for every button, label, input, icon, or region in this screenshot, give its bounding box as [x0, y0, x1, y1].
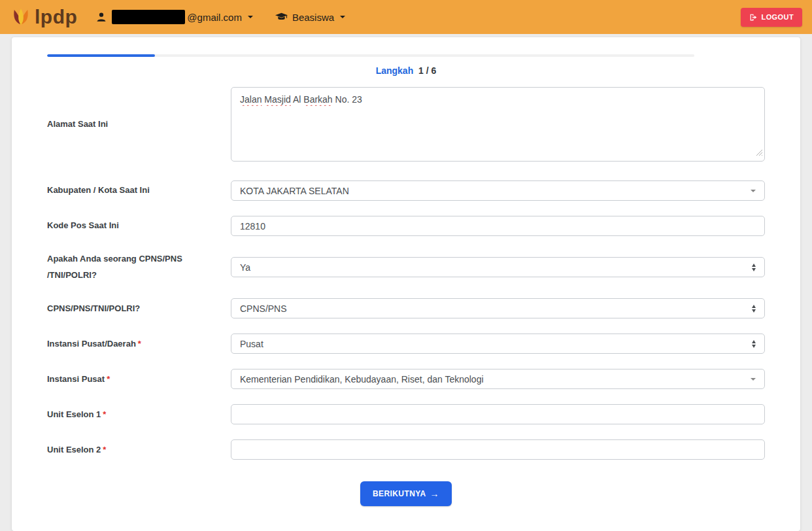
select-updown-arrows-icon [752, 264, 756, 271]
misspelled-word: Masjid [264, 94, 290, 105]
misspelled-word: Barkah [303, 94, 332, 105]
field-value: 12810 [240, 221, 756, 231]
select-caret-icon [751, 378, 756, 381]
unit-eselon-2-label: Unit Eselon 2* [47, 442, 231, 458]
chevron-down-icon [248, 16, 253, 18]
field-row: Kode Pos Saat Ini 12810 [47, 216, 765, 236]
instansi-pusat-label: Instansi Pusat* [47, 371, 231, 388]
beasiswa-menu-label: Beasiswa [292, 12, 334, 23]
field-row: Kabupaten / Kota Saat Ini KOTA JAKARTA S… [47, 180, 765, 201]
instansi-pusat-daerah-select[interactable]: Pusat [231, 334, 765, 354]
unit-eselon-2-input[interactable] [231, 439, 765, 460]
field-row: CPNS/PNS/TNI/POLRI? CPNS/PNS [47, 298, 765, 318]
field-control-holder: 12810 [231, 216, 765, 236]
required-asterisk: * [103, 409, 106, 419]
chevron-down-icon [340, 16, 345, 18]
cpns-type-label: CPNS/PNS/TNI/POLRI? [47, 301, 231, 317]
required-asterisk: * [138, 339, 141, 349]
form-card: Langkah 1 / 6 Alamat Saat Ini Jalan Masj… [12, 37, 800, 531]
user-email-suffix: @gmail.com [187, 12, 242, 23]
field-control-holder: Jalan Masjid Al Barkah No. 23 [231, 87, 765, 162]
cpns-type-select[interactable]: CPNS/PNS [231, 298, 765, 318]
form-actions: BERIKUTNYA → [47, 481, 765, 506]
field-control-holder: Pusat [231, 334, 765, 354]
field-row: Alamat Saat Ini Jalan Masjid Al Barkah N… [47, 87, 765, 162]
logout-icon [749, 13, 758, 22]
logout-button[interactable]: LOGOUT [741, 8, 802, 27]
alamat-saat-ini-textarea[interactable]: Jalan Masjid Al Barkah No. 23 [231, 87, 765, 162]
field-control-holder: Ya [231, 257, 765, 277]
field-value: KOTA JAKARTA SELATAN [240, 186, 745, 196]
redacted-email-username [112, 10, 185, 24]
lpdp-logo[interactable]: lpdp [10, 6, 77, 28]
field-value: CPNS/PNS [240, 303, 747, 314]
field-value: Kementerian Pendidikan, Kebudayaan, Rise… [240, 374, 745, 385]
step-progress-fill [47, 54, 155, 57]
user-icon [95, 11, 107, 23]
instansi-pusat-select[interactable]: Kementerian Pendidikan, Kebudayaan, Rise… [231, 369, 765, 389]
form-fields: Alamat Saat Ini Jalan Masjid Al Barkah N… [47, 87, 765, 460]
unit-eselon-1-input[interactable] [231, 404, 765, 424]
field-control-holder: Kementerian Pendidikan, Kebudayaan, Rise… [231, 369, 765, 389]
field-control-holder: KOTA JAKARTA SELATAN [231, 180, 765, 201]
logout-button-label: LOGOUT [762, 13, 794, 21]
select-caret-icon [751, 190, 756, 192]
field-value: Jalan Masjid Al Barkah No. 23 [240, 94, 756, 106]
lpdp-flame-icon [10, 6, 32, 28]
step-progress-bar [47, 54, 694, 57]
unit-eselon-1-label: Unit Eselon 1* [47, 407, 231, 423]
field-control-holder [231, 404, 765, 424]
kode-pos-saat-ini-label: Kode Pos Saat Ini [47, 218, 231, 234]
step-indicator-label: Langkah [376, 65, 414, 76]
required-asterisk: * [107, 374, 110, 384]
lpdp-logo-text: lpdp [35, 7, 77, 27]
alamat-saat-ini-label: Alamat Saat Ini [47, 116, 231, 133]
field-row: Instansi Pusat/Daerah* Pusat [47, 334, 765, 354]
select-updown-arrows-icon [752, 340, 756, 348]
field-row: Unit Eselon 1* [47, 404, 765, 424]
next-button[interactable]: BERIKUTNYA → [360, 481, 452, 506]
step-indicator: Langkah 1 / 6 [47, 65, 765, 76]
next-button-label: BERIKUTNYA [373, 489, 426, 498]
top-navbar: lpdp @gmail.com Beasiswa [0, 0, 812, 34]
beasiswa-menu[interactable]: Beasiswa [275, 12, 345, 23]
graduation-cap-icon [275, 12, 288, 22]
field-control-holder: CPNS/PNS [231, 298, 765, 318]
kode-pos-saat-ini-input[interactable]: 12810 [231, 216, 765, 236]
misspelled-word: Jalan [240, 94, 262, 105]
kabupaten-kota-saat-ini-select[interactable]: KOTA JAKARTA SELATAN [231, 180, 765, 201]
arrow-right-icon: → [430, 489, 439, 498]
field-row: Instansi Pusat* Kementerian Pendidikan, … [47, 369, 765, 389]
field-row: Unit Eselon 2* [47, 439, 765, 460]
field-value: Pusat [240, 339, 747, 349]
instansi-pusat-daerah-label: Instansi Pusat/Daerah* [47, 336, 231, 352]
textarea-resize-handle[interactable] [756, 147, 763, 160]
select-updown-arrows-icon [752, 305, 756, 313]
field-row: Apakah Anda seorang CPNS/PNS /TNI/POLRI?… [47, 251, 765, 283]
cpns-status-label: Apakah Anda seorang CPNS/PNS /TNI/POLRI? [47, 251, 231, 283]
cpns-status-select[interactable]: Ya [231, 257, 765, 277]
required-asterisk: * [103, 445, 106, 454]
field-control-holder [231, 439, 765, 460]
step-indicator-value: 1 / 6 [418, 65, 436, 76]
field-value: Ya [240, 262, 747, 273]
user-account-menu[interactable]: @gmail.com [95, 10, 253, 24]
kabupaten-kota-saat-ini-label: Kabupaten / Kota Saat Ini [47, 182, 231, 199]
